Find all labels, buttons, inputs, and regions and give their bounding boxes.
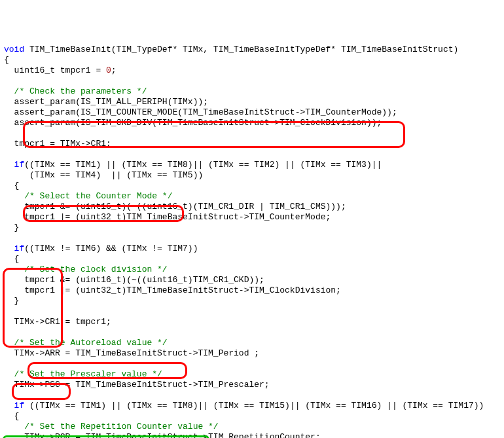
code-keyword: if	[4, 244, 24, 253]
code-text: tmpcr1 |= (uint32_t)TIM_TimeBaseInitStru…	[4, 285, 341, 295]
code-text: {	[4, 55, 9, 65]
code-text: tmpcr1 = TIMx->CR1;	[4, 139, 111, 149]
code-text: tmpcr1 |= (uint32_t)TIM_TimeBaseInitStru…	[4, 212, 331, 222]
code-text: assert_param(IS_TIM_CKD_DIV(TIM_TimeBase…	[4, 118, 382, 128]
code-number: 0	[106, 65, 111, 75]
code-text: }	[4, 223, 19, 232]
code-text: tmpcr1 &= (uint16_t)(~((uint16_t)(TIM_CR…	[4, 202, 346, 211]
code-text: {	[4, 411, 19, 421]
code-text: assert_param(IS_TIM_ALL_PERIPH(TIMx));	[4, 97, 208, 107]
code-text: TIM_TimeBaseInit(TIM_TypeDef* TIMx, TIM_…	[24, 45, 458, 54]
code-text: assert_param(IS_TIM_COUNTER_MODE(TIM_Tim…	[4, 107, 397, 117]
code-text: (TIMx == TIM4) || (TIMx == TIM5))	[4, 170, 203, 180]
code-keyword: if	[4, 160, 24, 170]
code-comment: /* Set the clock division */	[4, 265, 168, 274]
code-keyword: if	[4, 401, 24, 411]
code-text: ((TIMx == TIM1) || (TIMx == TIM8)|| (TIM…	[24, 160, 382, 170]
code-text: TIMx->CR1 = tmpcr1;	[4, 317, 111, 327]
code-text: TIMx->PSC = TIM_TimeBaseInitStruct->TIM_…	[4, 380, 270, 390]
code-text: {	[4, 181, 19, 191]
code-comment: /* Set the Prescaler value */	[4, 369, 162, 379]
code-text: ;	[111, 65, 117, 75]
code-comment: /* Set the Autoreload value */	[4, 338, 168, 348]
code-text: }	[4, 296, 19, 306]
code-text: tmpcr1 &= (uint16_t)(~((uint16_t)TIM_CR1…	[4, 275, 264, 285]
code-text: uint16_t tmpcr1 =	[4, 65, 106, 75]
code-comment: /* Select the Counter Mode */	[4, 191, 172, 201]
code-text: TIMx->RCR = TIM_TimeBaseInitStruct->TIM_…	[4, 432, 321, 438]
code-comment: /* Check the parameters */	[4, 86, 147, 96]
code-text: {	[4, 254, 19, 264]
code-text: ((TIMx != TIM6) && (TIMx != TIM7))	[24, 244, 198, 253]
code-text: TIMx->ARR = TIM_TimeBaseInitStruct->TIM_…	[4, 348, 259, 358]
code-comment: /* Set the Repetition Counter value */	[4, 422, 219, 431]
code-text: ((TIMx == TIM1) || (TIMx == TIM8)|| (TIM…	[24, 401, 484, 411]
code-keyword: void	[4, 45, 24, 54]
